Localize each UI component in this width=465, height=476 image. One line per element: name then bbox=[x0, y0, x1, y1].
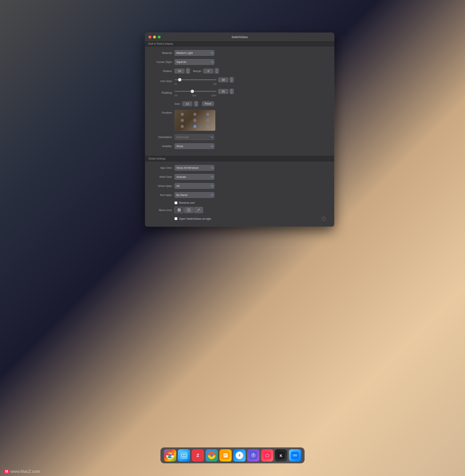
minimize-button[interactable] bbox=[153, 35, 156, 39]
safari-logo bbox=[236, 452, 243, 459]
svg-point-7 bbox=[169, 454, 171, 456]
size-input[interactable] bbox=[182, 101, 192, 106]
pos-dot-1[interactable] bbox=[189, 111, 201, 117]
dock-icon-finder2[interactable] bbox=[289, 449, 301, 462]
padding-slider-container: ▲ ▼ 0% 50% 100% bbox=[174, 89, 330, 97]
pos-dot-4[interactable] bbox=[189, 117, 201, 123]
pos-dot-2[interactable] bbox=[201, 111, 214, 117]
margin-increment-button[interactable]: ▲ bbox=[215, 68, 219, 71]
icon-size-input[interactable] bbox=[218, 77, 228, 82]
pos-dot-2-inner[interactable] bbox=[206, 113, 209, 116]
app-click-select-wrapper: Show All Windows bbox=[174, 165, 214, 171]
app-click-label: App Click: bbox=[149, 166, 172, 169]
shift-click-select-wrapper: Activate bbox=[174, 174, 214, 180]
pos-dot-7-inner[interactable] bbox=[193, 125, 196, 128]
svg-text:⬡: ⬡ bbox=[265, 453, 269, 458]
svg-text:Z: Z bbox=[197, 453, 199, 458]
radius-increment-button[interactable]: ▲ bbox=[186, 68, 190, 71]
pos-dot-4-inner[interactable] bbox=[193, 119, 196, 122]
padding-decrement-button[interactable]: ▼ bbox=[230, 91, 233, 94]
orientation-select[interactable]: Horizontal bbox=[174, 134, 214, 140]
icon-size-slider[interactable] bbox=[174, 79, 217, 80]
icon-size-increment-button[interactable]: ▲ bbox=[230, 77, 233, 80]
padding-slider[interactable] bbox=[174, 91, 217, 92]
menu-icon-button-3[interactable] bbox=[194, 207, 203, 213]
menu-icon-button-2[interactable] bbox=[184, 207, 193, 213]
dock-icon-klokki[interactable]: K bbox=[275, 449, 287, 462]
chrome-logo bbox=[166, 452, 174, 459]
radius-stepper-buttons: ▲ ▼ bbox=[186, 68, 190, 74]
svg-text:K: K bbox=[280, 454, 283, 458]
radius-stepper-group: 10 ▲ ▼ Margin: 0 ▲ ▼ bbox=[174, 68, 219, 74]
filezilla-logo: Z bbox=[194, 452, 201, 459]
visibility-select-wrapper: Show bbox=[174, 143, 214, 149]
open-at-login-checkbox[interactable] bbox=[174, 217, 177, 220]
dock-icon-chrome2[interactable] bbox=[206, 449, 218, 462]
radius-decrement-button[interactable]: ▼ bbox=[186, 71, 190, 73]
app-click-select[interactable]: Show All Windows bbox=[174, 165, 214, 171]
pos-dot-3[interactable] bbox=[176, 117, 189, 123]
show-apps-row: Show Apps: All bbox=[149, 183, 330, 189]
padding-input[interactable] bbox=[218, 89, 228, 94]
reset-button[interactable]: Reset bbox=[202, 101, 214, 106]
show-apps-select[interactable]: All bbox=[174, 183, 214, 189]
pos-dot-0-inner[interactable] bbox=[181, 113, 184, 116]
shift-click-row: Shift-Click: Activate bbox=[149, 174, 330, 180]
svg-point-12 bbox=[184, 454, 186, 456]
svg-rect-1 bbox=[178, 209, 180, 210]
sort-apps-label: Sort Apps: bbox=[149, 193, 172, 197]
padding-stepper-buttons: ▲ ▼ bbox=[230, 89, 234, 94]
pos-dot-6[interactable] bbox=[176, 123, 189, 129]
maximize-button[interactable] bbox=[158, 35, 161, 39]
orientation-row: Orientation: Horizontal bbox=[149, 134, 330, 140]
pos-dot-7[interactable] bbox=[189, 123, 201, 129]
display-label: Built-in Retina Display bbox=[145, 41, 334, 47]
open-at-login-group: Open SwitchGlass at login bbox=[174, 217, 211, 220]
pos-dot-5[interactable] bbox=[201, 117, 214, 123]
dock-icon-safari[interactable] bbox=[233, 449, 245, 462]
pos-dot-6-inner[interactable] bbox=[181, 125, 184, 128]
radius-input[interactable]: 10 bbox=[174, 69, 185, 73]
size-row: Size: ▲ ▼ Reset bbox=[174, 101, 214, 107]
padding-increment-button[interactable]: ▲ bbox=[230, 89, 233, 91]
shift-click-select[interactable]: Activate bbox=[174, 174, 214, 180]
pos-dot-3-inner[interactable] bbox=[181, 119, 184, 122]
dock-icon-lasso[interactable]: ⬡ bbox=[261, 449, 273, 462]
corner-style-select[interactable]: Squircle bbox=[174, 59, 214, 65]
dock-icon-filezilla[interactable]: Z bbox=[192, 449, 204, 462]
finder2-logo bbox=[291, 452, 299, 459]
dock-icon-chrome[interactable] bbox=[164, 449, 176, 462]
menu-icon-button-1[interactable] bbox=[174, 207, 184, 213]
size-decrement-button[interactable]: ▼ bbox=[194, 104, 198, 106]
icon-size-slider-container: ▲ ▼ 16 256 bbox=[174, 77, 330, 85]
size-increment-button[interactable]: ▲ bbox=[194, 101, 198, 104]
close-button[interactable] bbox=[148, 35, 151, 39]
visibility-select[interactable]: Show bbox=[174, 143, 214, 149]
pos-dot-8[interactable] bbox=[201, 123, 214, 129]
material-select[interactable]: Medium Light bbox=[174, 50, 214, 56]
margin-decrement-button[interactable]: ▼ bbox=[215, 71, 219, 73]
dock-icon-notebooks[interactable] bbox=[220, 449, 232, 462]
margin-input[interactable]: 0 bbox=[203, 69, 213, 73]
global-settings-body: App Click: Show All Windows Shift-Click:… bbox=[145, 162, 334, 227]
padding-label: Padding: bbox=[149, 91, 172, 94]
pos-dot-8-inner[interactable] bbox=[206, 125, 209, 128]
help-button[interactable]: ? bbox=[322, 217, 326, 221]
svg-rect-3 bbox=[178, 211, 179, 211]
titlebar: SwitchGlass bbox=[145, 33, 334, 41]
reverse-sort-checkbox[interactable] bbox=[174, 201, 177, 204]
pos-dot-1-inner[interactable] bbox=[193, 113, 196, 116]
padding-pct-0-label: 0% bbox=[174, 94, 177, 97]
show-apps-label: Show Apps: bbox=[149, 184, 172, 188]
dock-icon-finder[interactable] bbox=[178, 449, 190, 462]
icon-size-decrement-button[interactable]: ▼ bbox=[230, 80, 233, 82]
menu-icon-1-svg bbox=[177, 208, 181, 212]
pos-dot-0[interactable] bbox=[176, 111, 189, 117]
dock: Z bbox=[160, 447, 305, 463]
watermark: M www.MacZ.com bbox=[4, 469, 40, 474]
dock-icon-radar[interactable] bbox=[247, 449, 259, 462]
pos-dot-5-inner[interactable] bbox=[206, 119, 209, 122]
sort-apps-select[interactable]: By Name bbox=[174, 192, 214, 198]
main-settings: Material: Medium Light Corner Style: Squ… bbox=[145, 47, 334, 156]
svg-point-17 bbox=[211, 454, 213, 456]
